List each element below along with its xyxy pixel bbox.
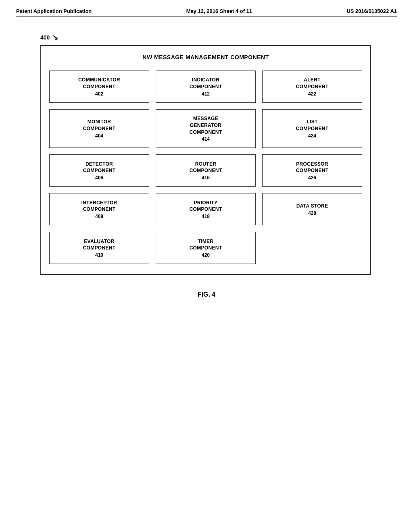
component-number-402: 402	[95, 91, 103, 97]
figure-label: FIG. 4	[16, 291, 397, 298]
component-grid: COMMUNICATORCOMPONENT402INDICATORCOMPONE…	[49, 71, 362, 264]
arrow-icon: ↘	[52, 33, 58, 42]
component-number-424: 424	[308, 133, 316, 139]
component-box-418: PRIORITYCOMPONENT418	[156, 193, 256, 225]
component-number-404: 404	[95, 133, 103, 139]
component-box-402: COMMUNICATORCOMPONENT402	[49, 71, 149, 103]
component-box-424: LISTCOMPONENT424	[262, 109, 362, 148]
component-name-410: EVALUATORCOMPONENT	[83, 238, 116, 252]
diagram-area: 400 ↘ NW MESSAGE MANAGEMENT COMPONENT CO…	[40, 33, 397, 275]
component-number-408: 408	[95, 214, 103, 219]
component-box-420: TIMERCOMPONENT420	[156, 232, 256, 264]
component-number-422: 422	[308, 91, 316, 97]
component-box-408: INTERCEPTORCOMPONENT408	[49, 193, 149, 225]
component-box-404: MONITORCOMPONENT404	[49, 109, 149, 148]
header-patent-number: US 2016/0135022 A1	[346, 8, 397, 14]
component-box-426: PROCESSORCOMPONENT426	[262, 154, 362, 187]
component-box-empty-4-2	[262, 232, 362, 264]
component-box-428: DATA STORE428	[262, 193, 362, 225]
component-name-402: COMMUNICATORCOMPONENT	[78, 77, 120, 90]
component-box-422: ALERTCOMPONENT422	[262, 71, 362, 103]
component-name-420: TIMERCOMPONENT	[190, 238, 222, 252]
component-name-428: DATA STORE	[296, 203, 328, 210]
header-publication-label: Patent Application Publication	[16, 8, 92, 14]
component-number-418: 418	[202, 214, 210, 219]
component-name-426: PROCESSORCOMPONENT	[296, 161, 329, 175]
reference-label: 400 ↘	[40, 33, 58, 42]
component-name-408: INTERCEPTORCOMPONENT	[81, 200, 117, 213]
component-name-416: ROUTERCOMPONENT	[190, 161, 222, 175]
reference-number: 400	[40, 34, 50, 41]
component-name-412: INDICATORCOMPONENT	[190, 77, 222, 90]
outer-box-title: NW MESSAGE MANAGEMENT COMPONENT	[49, 54, 362, 60]
component-number-414: 414	[202, 136, 210, 142]
component-number-412: 412	[202, 91, 210, 97]
component-name-414: MESSAGEGENERATORCOMPONENT	[190, 115, 222, 135]
component-box-406: DETECTORCOMPONENT406	[49, 154, 149, 187]
component-number-420: 420	[202, 252, 210, 258]
component-box-410: EVALUATORCOMPONENT410	[49, 232, 149, 264]
component-box-416: ROUTERCOMPONENT416	[156, 154, 256, 187]
component-name-406: DETECTORCOMPONENT	[83, 161, 116, 175]
component-box-412: INDICATORCOMPONENT412	[156, 71, 256, 103]
component-name-422: ALERTCOMPONENT	[296, 77, 329, 90]
component-number-406: 406	[95, 175, 103, 181]
component-number-416: 416	[202, 175, 210, 181]
component-number-428: 428	[308, 210, 316, 216]
component-name-418: PRIORITYCOMPONENT	[190, 200, 222, 213]
component-box-414: MESSAGEGENERATORCOMPONENT414	[156, 109, 256, 148]
component-name-424: LISTCOMPONENT	[296, 118, 329, 132]
outer-box: NW MESSAGE MANAGEMENT COMPONENT COMMUNIC…	[40, 45, 371, 275]
component-name-404: MONITORCOMPONENT	[83, 118, 116, 132]
page-header: Patent Application Publication May 12, 2…	[16, 8, 397, 17]
component-number-426: 426	[308, 175, 316, 181]
component-number-410: 410	[95, 252, 103, 258]
page: Patent Application Publication May 12, 2…	[0, 0, 413, 532]
header-date-sheet: May 12, 2016 Sheet 4 of 11	[186, 8, 252, 14]
